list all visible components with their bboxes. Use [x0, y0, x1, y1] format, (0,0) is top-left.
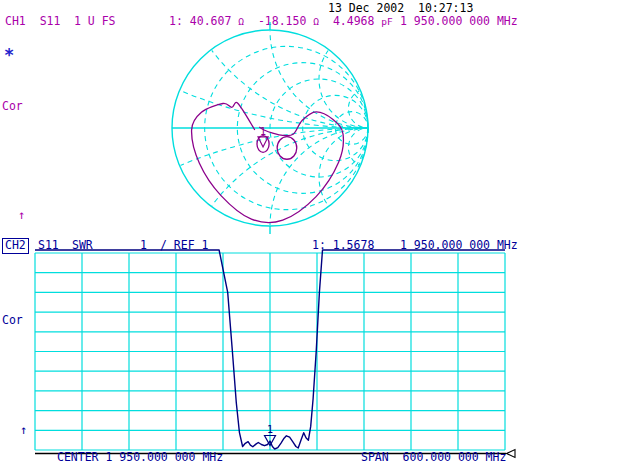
- vna-screen: 13 Dec 2002 10:27:13 CH1 S11 1 U FS 1: 4…: [0, 0, 640, 465]
- ch1-meas-text: S11: [40, 14, 61, 28]
- ch1-cor-status: Cor: [2, 100, 23, 113]
- ch1-marker-number: 1: [260, 126, 266, 137]
- smith-reactance-arc: [270, 128, 380, 236]
- sweep-asterisk-icon: *: [4, 49, 14, 62]
- smith-chart-svg: 1: [160, 16, 380, 236]
- ch1-label: CH1 S11: [5, 15, 60, 28]
- center-frequency-label: CENTER 1 950.000 000 MHz: [57, 451, 223, 464]
- ch1-up-arrow-icon: ↑: [18, 209, 25, 222]
- span-label: SPAN 600.000 000 MHz: [361, 451, 506, 464]
- ch1-scale-label: 1 U FS: [74, 15, 116, 28]
- axis-end-arrow-icon: [507, 450, 516, 458]
- pf-unit: pF: [381, 16, 392, 27]
- ch1-channel-text: CH1: [5, 14, 26, 28]
- ch1-frequency-label: 1 950.000 000 MHz: [400, 15, 518, 28]
- ch1-smith-trace: [192, 102, 344, 222]
- smith-reactance-arc: [348, 89, 380, 128]
- ch2-marker-number: 1: [267, 424, 273, 435]
- ch1-trace-loop: [277, 137, 297, 160]
- smith-reactance-arc: [270, 16, 380, 128]
- swr-plot-svg: 1: [0, 240, 640, 465]
